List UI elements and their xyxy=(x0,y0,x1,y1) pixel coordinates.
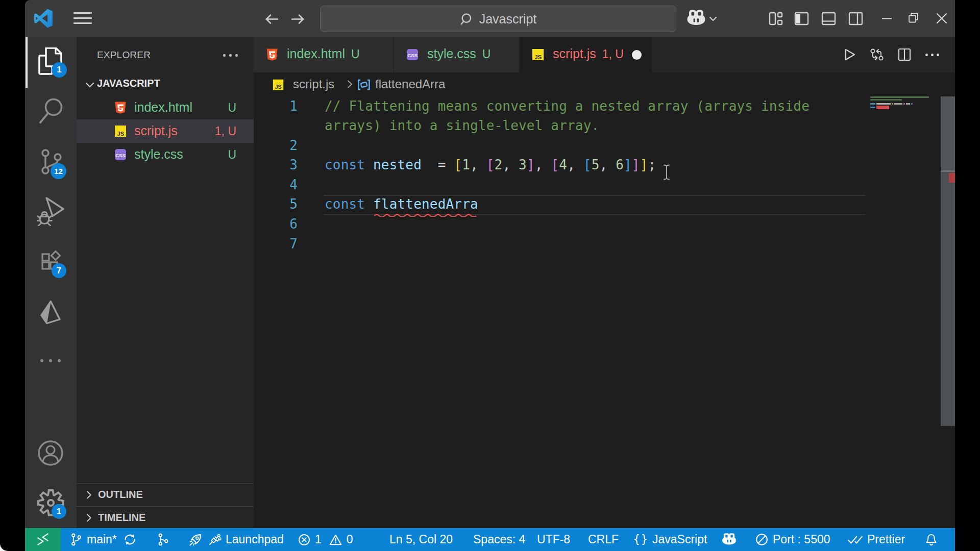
git-status-badge: U xyxy=(127,148,236,162)
code-token xyxy=(365,157,373,172)
file-row-style.css[interactable]: CSSstyle.cssU xyxy=(77,143,254,166)
forward-arrow-icon[interactable] xyxy=(290,11,306,27)
encoding: UTF-8 xyxy=(537,533,570,546)
indentation: Spaces: 4 xyxy=(473,533,525,546)
tab-script.js[interactable]: JSscript.js1, U xyxy=(520,37,652,72)
cursor-position-item[interactable]: Ln 5, Col 20 xyxy=(389,528,453,551)
code-token: 4 xyxy=(559,157,567,172)
back-arrow-icon[interactable] xyxy=(264,11,279,27)
line-number: 3 xyxy=(254,157,298,172)
minimap-line xyxy=(892,103,893,105)
minimap-line xyxy=(906,103,910,105)
minimap-slider[interactable] xyxy=(941,96,955,170)
tab-git-badge: 1, U xyxy=(602,47,624,61)
symbol-variable-icon xyxy=(356,78,372,91)
menu-icon[interactable] xyxy=(74,11,92,26)
editor[interactable]: 1// Flattening means converting a nested… xyxy=(254,97,955,528)
editor-scrollbar[interactable] xyxy=(941,96,955,426)
modified-dot[interactable] xyxy=(632,50,642,60)
branch-name: main* xyxy=(87,533,117,546)
warning-count: 0 xyxy=(347,533,353,546)
customize-layout-icon[interactable] xyxy=(768,11,783,27)
svg-text:JS: JS xyxy=(275,84,282,90)
menu-bar xyxy=(74,22,92,24)
plug-icon xyxy=(208,533,222,546)
toggle-secondary-sidebar-icon[interactable] xyxy=(848,11,864,27)
js-file-icon: JS xyxy=(531,47,545,62)
minimize-button[interactable] xyxy=(878,10,895,27)
account-icon[interactable] xyxy=(37,439,64,467)
encoding-item[interactable]: UTF-8 xyxy=(537,528,570,551)
copilot-icon xyxy=(721,532,737,547)
minimap-line xyxy=(894,103,902,105)
restore-button[interactable] xyxy=(904,10,922,27)
line-number: 4 xyxy=(254,177,298,192)
code-token: 2 xyxy=(495,157,503,172)
editor-more-actions-icon[interactable] xyxy=(924,52,940,57)
timeline-section[interactable]: TIMELINE xyxy=(77,506,254,529)
breadcrumb[interactable]: JS script.js flattenedArra xyxy=(254,72,955,97)
live-server-icon[interactable] xyxy=(38,298,63,325)
code-row: 6 xyxy=(254,214,866,234)
explorer-sidebar: EXPLORER JAVASCRIPT index.htmlUJSscript.… xyxy=(77,37,254,528)
toggle-primary-sidebar-icon[interactable] xyxy=(794,11,810,27)
minimap[interactable] xyxy=(865,96,941,249)
chevron-down-icon[interactable] xyxy=(708,14,718,23)
error-squiggle xyxy=(374,213,478,217)
indentation-item[interactable]: Spaces: 4 xyxy=(473,528,525,551)
open-changes-icon[interactable] xyxy=(869,47,885,62)
outline-section[interactable]: OUTLINE xyxy=(77,483,254,506)
chevron-down-icon xyxy=(84,79,96,91)
git-graph-status-item[interactable] xyxy=(157,528,169,551)
remote-indicator[interactable] xyxy=(25,528,61,551)
folder-section-header[interactable]: JAVASCRIPT xyxy=(77,73,254,96)
branch-status-item[interactable]: main* xyxy=(70,528,137,551)
split-editor-button[interactable] xyxy=(897,47,912,62)
folder-name: JAVASCRIPT xyxy=(97,78,160,89)
code-token: nested xyxy=(373,157,422,172)
tab-style.css[interactable]: CSSstyle.cssU xyxy=(394,37,519,72)
copilot-icon[interactable] xyxy=(687,9,706,28)
explorer-more-actions-icon[interactable] xyxy=(223,53,239,58)
status-bar: main* xyxy=(25,528,955,551)
language-mode-item[interactable]: JavaScript xyxy=(633,528,707,551)
launchpad-status-item[interactable]: Launchpad xyxy=(188,528,284,551)
close-button[interactable] xyxy=(933,10,950,27)
port-status-item[interactable]: Port : 5500 xyxy=(755,528,830,551)
search-view-icon[interactable] xyxy=(38,97,63,124)
code-token: ] xyxy=(632,157,640,172)
screen: Javascript xyxy=(0,0,980,551)
minimap-line xyxy=(876,103,891,105)
tab-label: index.html xyxy=(287,46,345,61)
tab-index.html[interactable]: index.htmlU xyxy=(254,37,393,72)
minimap-line xyxy=(911,103,913,105)
code-token: , xyxy=(470,157,486,172)
tab-label: style.css xyxy=(427,46,476,61)
problems-status-item[interactable]: 1 0 xyxy=(298,528,353,551)
svg-text:JS: JS xyxy=(117,131,124,137)
code-row: 4 xyxy=(254,175,866,195)
html-file-icon xyxy=(113,101,128,115)
code-token: 5 xyxy=(592,157,600,172)
code-token: flattenedArra xyxy=(373,196,478,212)
run-file-button[interactable] xyxy=(842,47,857,62)
notifications-item[interactable] xyxy=(924,528,938,551)
eol-item[interactable]: CRLF xyxy=(588,528,619,551)
toggle-panel-icon[interactable] xyxy=(821,11,837,27)
code-token: [ xyxy=(486,157,495,172)
tab-git-badge: U xyxy=(351,47,360,61)
breadcrumb-file[interactable]: script.js xyxy=(293,77,334,91)
command-center-search[interactable]: Javascript xyxy=(320,6,676,32)
minimap-line xyxy=(870,107,875,108)
run-and-debug-icon[interactable] xyxy=(37,196,64,226)
code-token: ] xyxy=(640,157,648,172)
file-row-index.html[interactable]: index.htmlU xyxy=(77,96,254,119)
css-file-icon: CSS xyxy=(113,147,128,162)
breadcrumb-symbol[interactable]: flattenedArra xyxy=(375,77,445,91)
copilot-status-item[interactable] xyxy=(721,528,737,551)
code-token: [ xyxy=(551,157,559,172)
additional-views-icon[interactable] xyxy=(38,356,63,366)
file-row-script.js[interactable]: JSscript.js1, U xyxy=(77,119,254,143)
formatter-status-item[interactable]: Prettier xyxy=(847,528,905,551)
code-row: 1// Flattening means converting a nested… xyxy=(254,96,866,116)
